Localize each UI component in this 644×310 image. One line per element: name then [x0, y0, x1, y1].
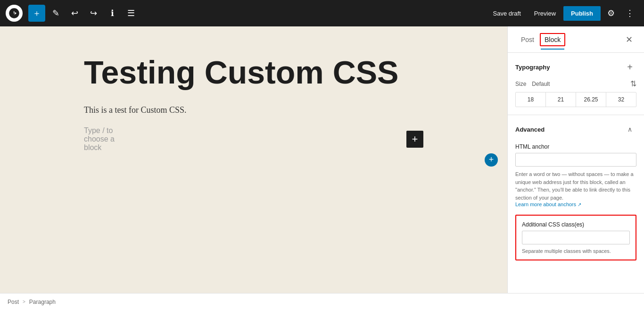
tab-post[interactable]: Post	[515, 32, 540, 47]
settings-button[interactable]: ⚙	[603, 5, 619, 22]
external-link-icon: ↗	[578, 202, 581, 207]
undo-button[interactable]: ↩	[66, 5, 83, 22]
plus-icon: +	[412, 133, 418, 145]
add-block-button[interactable]: ＋	[28, 5, 45, 22]
list-view-button[interactable]: ☰	[123, 5, 140, 22]
pencil-icon: ✎	[52, 8, 59, 18]
info-icon: ℹ	[111, 8, 114, 18]
wp-logo: W	[6, 5, 23, 22]
save-draft-button[interactable]: Save draft	[487, 7, 527, 20]
block-placeholder: Type / to choose a block +	[84, 126, 423, 152]
css-classes-label: Additional CSS class(es)	[522, 221, 630, 228]
post-title[interactable]: Testing Custom CSS	[84, 55, 423, 90]
breadcrumb-separator: >	[23, 299, 25, 304]
info-button[interactable]: ℹ	[104, 5, 121, 22]
tab-block[interactable]: Block	[540, 33, 565, 46]
editor-canvas: Testing Custom CSS This is a test for Cu…	[0, 26, 507, 293]
font-size-row: Size Default ⇅	[515, 79, 636, 88]
redo-icon: ↪	[90, 8, 97, 18]
advanced-title: Advanced	[515, 126, 545, 133]
size-label: Size	[515, 81, 526, 87]
typography-section: Typography + Size Default ⇅ 18 21 26.25 …	[508, 53, 644, 115]
placeholder-text: Type / to choose a block	[84, 126, 124, 152]
svg-text:W: W	[11, 11, 16, 16]
html-anchor-help: Enter a word or two — without spaces — t…	[515, 170, 636, 201]
learn-more-text: Learn more about anchors	[515, 201, 576, 207]
advanced-section: Advanced ∧ HTML anchor Enter a word or t…	[508, 115, 644, 268]
edit-button[interactable]: ✎	[47, 5, 64, 22]
size-filter-button[interactable]: ⇅	[630, 79, 636, 88]
plus-icon: ＋	[33, 8, 41, 19]
more-options-button[interactable]: ⋮	[621, 5, 638, 22]
status-bar: Post > Paragraph	[0, 293, 644, 310]
advanced-collapse-button[interactable]: ∧	[623, 123, 636, 136]
status-post-label[interactable]: Post	[8, 299, 19, 305]
right-sidebar: Post Block ✕ Typography + Size Default ⇅	[507, 26, 644, 293]
gear-icon: ⚙	[607, 8, 615, 18]
close-icon: ✕	[626, 34, 633, 45]
post-content: Testing Custom CSS This is a test for Cu…	[84, 55, 423, 152]
publish-button[interactable]: Publish	[563, 6, 601, 21]
post-paragraph[interactable]: This is a test for Custom CSS.	[84, 105, 423, 115]
font-size-options: 18 21 26.25 32	[515, 92, 636, 107]
ellipsis-icon: ⋮	[626, 8, 634, 18]
plus-icon: +	[627, 62, 633, 73]
chevron-up-icon: ∧	[627, 126, 632, 133]
html-anchor-field: HTML anchor	[515, 143, 636, 167]
typography-header[interactable]: Typography +	[515, 60, 636, 74]
sidebar-close-button[interactable]: ✕	[621, 32, 636, 47]
typography-add-button[interactable]: +	[623, 60, 636, 74]
plus-icon: +	[489, 155, 494, 165]
size-default-label: Default	[532, 81, 550, 87]
redo-button[interactable]: ↪	[85, 5, 102, 22]
advanced-header[interactable]: Advanced ∧	[515, 123, 636, 136]
html-anchor-input[interactable]	[515, 153, 636, 167]
html-anchor-label: HTML anchor	[515, 143, 636, 150]
font-size-18[interactable]: 18	[516, 92, 546, 107]
css-classes-input[interactable]	[522, 231, 630, 244]
filter-icon: ⇅	[630, 80, 636, 88]
top-toolbar: W ＋ ✎ ↩ ↪ ℹ ☰ Save draft Preview Publish…	[0, 0, 644, 26]
font-size-32[interactable]: 32	[606, 92, 636, 107]
status-paragraph-label[interactable]: Paragraph	[29, 299, 56, 305]
font-size-2625[interactable]: 26.25	[576, 92, 606, 107]
canvas-add-button[interactable]: +	[485, 153, 498, 167]
typography-title: Typography	[515, 64, 550, 71]
preview-button[interactable]: Preview	[528, 7, 561, 20]
undo-icon: ↩	[71, 8, 78, 18]
font-size-21[interactable]: 21	[546, 92, 576, 107]
learn-more-anchors-link[interactable]: Learn more about anchors ↗	[515, 201, 636, 207]
css-classes-group: Additional CSS class(es) Separate multip…	[515, 215, 636, 260]
sidebar-tabs: Post Block ✕	[508, 26, 644, 53]
main-area: Testing Custom CSS This is a test for Cu…	[0, 26, 644, 293]
css-classes-help: Separate multiple classes with spaces.	[522, 248, 630, 254]
inline-add-block-button[interactable]: +	[406, 131, 423, 148]
list-icon: ☰	[127, 8, 135, 18]
